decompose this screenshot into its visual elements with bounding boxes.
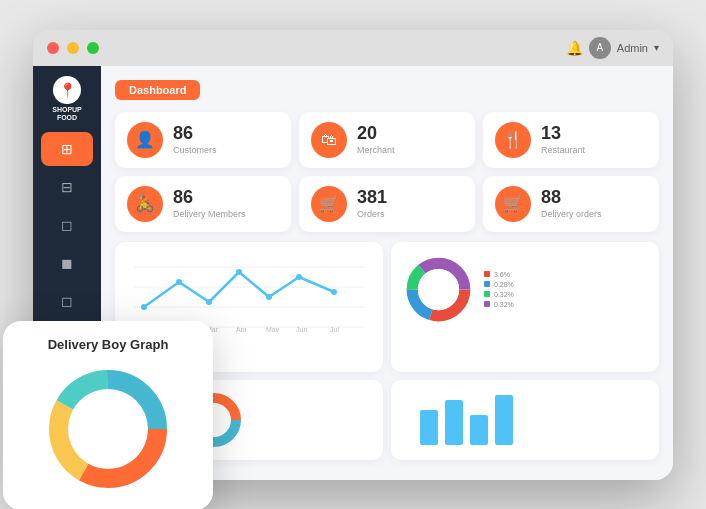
dashboard-icon: ⊞ (61, 141, 73, 157)
stat-card-orders: 🛒 381 Orders (299, 176, 475, 232)
legend-value-0: 3.6% (494, 271, 510, 278)
legend-value-3: 0.32% (494, 301, 514, 308)
legend-value-1: 0.28% (494, 281, 514, 288)
popup-title: Delivery Boy Graph (19, 337, 197, 352)
delivery-orders-icon-bg: 🛒 (495, 186, 531, 222)
donut-area: 3.6% 0.28% 0.32% (401, 252, 649, 327)
restaurant-number: 13 (541, 124, 585, 144)
merchant-label: Merchant (357, 145, 395, 155)
logo-text: SHOPUP FOOD (52, 106, 82, 123)
merchant-info: 20 Merchant (357, 124, 395, 155)
delivery-orders-number: 88 (541, 188, 602, 208)
dashboard-label: Dashboard (115, 80, 200, 100)
sidebar-item-dashboard[interactable]: ⊞ (41, 132, 93, 166)
restaurant-info: 13 Restaurant (541, 124, 585, 155)
svg-text:May: May (266, 326, 280, 332)
donut-chart-card: 3.6% 0.28% 0.32% (391, 242, 659, 372)
users-icon: ◻ (61, 217, 73, 233)
donut-legend: 3.6% 0.28% 0.32% (484, 271, 514, 308)
close-button[interactable] (47, 42, 59, 54)
legend-item-3: 0.32% (484, 301, 514, 308)
merchant-number: 20 (357, 124, 395, 144)
svg-point-9 (296, 274, 302, 280)
orders-number: 381 (357, 188, 387, 208)
stat-card-delivery-orders: 🛒 88 Delivery orders (483, 176, 659, 232)
delivery-orders-info: 88 Delivery orders (541, 188, 602, 219)
donut-chart-svg (401, 252, 476, 327)
orders-label: Orders (357, 209, 387, 219)
svg-point-22 (418, 268, 459, 309)
svg-point-7 (236, 269, 242, 275)
notification-icon[interactable]: 🔔 (566, 40, 583, 56)
merchant-icon: 🛍 (321, 131, 337, 149)
restaurant-icon-bg: 🍴 (495, 122, 531, 158)
svg-rect-29 (495, 395, 513, 445)
merchant-icon-bg: 🛍 (311, 122, 347, 158)
svg-point-34 (68, 389, 148, 469)
stat-card-customers: 👤 86 Customers (115, 112, 291, 168)
svg-point-4 (141, 304, 147, 310)
logo-icon: 📍 (53, 76, 81, 104)
svg-text:Jun: Jun (296, 326, 307, 332)
svg-text:Apr: Apr (236, 326, 248, 332)
stat-card-delivery-members: 🚴 86 Delivery Members (115, 176, 291, 232)
chevron-down-icon[interactable]: ▾ (654, 42, 659, 53)
bottom-chart-right (391, 380, 659, 460)
svg-point-10 (331, 289, 337, 295)
popup-donut-svg (43, 364, 173, 494)
svg-text:Jul: Jul (330, 326, 339, 332)
svg-point-5 (176, 279, 182, 285)
maximize-button[interactable] (87, 42, 99, 54)
admin-area: 🔔 A Admin ▾ (566, 37, 659, 59)
legend-value-2: 0.32% (494, 291, 514, 298)
delivery-members-icon: 🚴 (135, 194, 155, 213)
admin-label[interactable]: Admin (617, 42, 648, 54)
orders-icon: 🛒 (319, 194, 339, 213)
delivery-orders-icon: 🛒 (503, 194, 523, 213)
grid-icon: ⊟ (61, 179, 73, 195)
sidebar-item-grid[interactable]: ⊟ (41, 170, 93, 204)
line-chart-svg: Jan Feb Mar Apr May Jun Jul (125, 252, 373, 332)
stat-card-merchant: 🛍 20 Merchant (299, 112, 475, 168)
bottom-chart-right-svg (401, 390, 649, 450)
sidebar-item-settings[interactable]: ◼ (41, 246, 93, 280)
customers-icon: 👤 (135, 130, 155, 149)
customers-number: 86 (173, 124, 217, 144)
legend-item-0: 3.6% (484, 271, 514, 278)
svg-rect-27 (445, 400, 463, 445)
legend-item-2: 0.32% (484, 291, 514, 298)
title-bar: 🔔 A Admin ▾ (33, 30, 673, 66)
legend-dot-1 (484, 281, 490, 287)
delivery-orders-label: Delivery orders (541, 209, 602, 219)
delivery-members-label: Delivery Members (173, 209, 246, 219)
orders-icon-bg: 🛒 (311, 186, 347, 222)
orders-info: 381 Orders (357, 188, 387, 219)
legend-dot-0 (484, 271, 490, 277)
svg-point-8 (266, 294, 272, 300)
legend-item-1: 0.28% (484, 281, 514, 288)
minimize-button[interactable] (67, 42, 79, 54)
delivery-members-number: 86 (173, 188, 246, 208)
restaurant-label: Restaurant (541, 145, 585, 155)
settings-icon: ◼ (61, 255, 73, 271)
avatar: A (589, 37, 611, 59)
popup-donut-area (19, 364, 197, 494)
customers-info: 86 Customers (173, 124, 217, 155)
sidebar-item-users[interactable]: ◻ (41, 208, 93, 242)
delivery-boy-graph-card: Delivery Boy Graph (3, 321, 213, 510)
delivery-members-icon-bg: 🚴 (127, 186, 163, 222)
stats-grid: 👤 86 Customers 🛍 20 Merchant (115, 112, 659, 232)
sidebar-item-edit[interactable]: ◻ (41, 284, 93, 318)
svg-rect-28 (470, 415, 488, 445)
logo-area: 📍 SHOPUP FOOD (52, 76, 82, 123)
customers-icon-bg: 👤 (127, 122, 163, 158)
legend-dot-2 (484, 291, 490, 297)
svg-rect-26 (420, 410, 438, 445)
browser-window: 🔔 A Admin ▾ 📍 SHOPUP FOOD ⊞ ⊟ ◻ (33, 30, 673, 480)
stat-card-restaurant: 🍴 13 Restaurant (483, 112, 659, 168)
customers-label: Customers (173, 145, 217, 155)
delivery-members-info: 86 Delivery Members (173, 188, 246, 219)
svg-point-6 (206, 299, 212, 305)
edit-icon: ◻ (61, 293, 73, 309)
legend-dot-3 (484, 301, 490, 307)
